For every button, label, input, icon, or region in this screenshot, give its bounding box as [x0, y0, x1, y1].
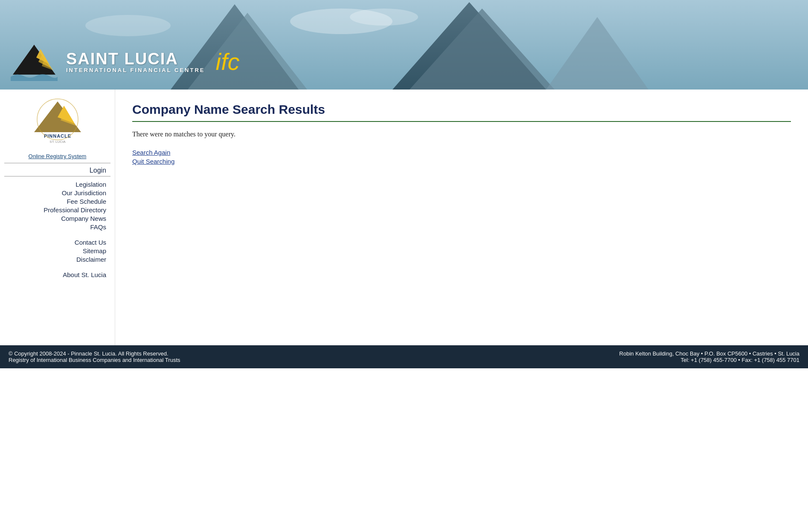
fee-schedule-link[interactable]: Fee Schedule [67, 198, 106, 205]
sidebar-logo-area: PINNACLE ST. LUCIA [4, 98, 110, 147]
jurisdiction-link[interactable]: Our Jurisdiction [62, 189, 106, 197]
footer-right: Robin Kelton Building, Choc Bay • P.O. B… [619, 350, 799, 363]
svg-point-8 [85, 15, 171, 36]
page-title: Company Name Search Results [132, 102, 791, 122]
content-area: Company Name Search Results There were n… [115, 90, 808, 345]
ifc-label: ifc [215, 51, 239, 72]
logo-area: SAINT LUCIA INTERNATIONAL FINANCIAL CENT… [0, 34, 252, 90]
about-link[interactable]: About St. Lucia [63, 271, 106, 278]
sitemap-link[interactable]: Sitemap [83, 247, 106, 254]
sidebar-item-faqs[interactable]: FAQs [4, 223, 106, 231]
footer: © Copyright 2008-2024 - Pinnacle St. Luc… [0, 345, 808, 368]
svg-marker-14 [34, 101, 81, 132]
main-container: PINNACLE ST. LUCIA Online Registry Syste… [0, 90, 808, 345]
contact-us-link[interactable]: Contact Us [75, 239, 106, 246]
legislation-link[interactable]: Legislation [76, 181, 106, 188]
mountain-logo-icon [9, 43, 60, 81]
sidebar-divider [4, 176, 110, 176]
search-again-link[interactable]: Search Again [132, 149, 170, 156]
brand-name: SAINT LUCIA [66, 51, 205, 67]
no-matches-text: There were no matches to your query. [132, 130, 791, 138]
professional-directory-link[interactable]: Professional Directory [44, 206, 106, 214]
sidebar-item-sitemap[interactable]: Sitemap [4, 247, 106, 255]
brand-subtitle: INTERNATIONAL FINANCIAL CENTRE [66, 67, 205, 73]
sidebar-item-fee-schedule[interactable]: Fee Schedule [4, 198, 106, 205]
svg-text:ST. LUCIA: ST. LUCIA [49, 140, 66, 144]
sidebar-nav-secondary: Contact Us Sitemap Disclaimer [4, 239, 110, 263]
footer-registry: Registry of International Business Compa… [9, 357, 180, 363]
sidebar-item-professional-directory[interactable]: Professional Directory [4, 206, 106, 214]
footer-left: © Copyright 2008-2024 - Pinnacle St. Luc… [9, 350, 180, 363]
sidebar-item-about[interactable]: About St. Lucia [4, 271, 106, 279]
footer-copyright: © Copyright 2008-2024 - Pinnacle St. Luc… [9, 350, 180, 357]
faqs-link[interactable]: FAQs [90, 223, 106, 231]
footer-contact: Tel: +1 (758) 455-7700 • Fax: +1 (758) 4… [619, 357, 799, 363]
sidebar-nav-main: Legislation Our Jurisdiction Fee Schedul… [4, 181, 110, 231]
search-links: Search Again Quit Searching [132, 149, 791, 165]
disclaimer-link[interactable]: Disclaimer [76, 256, 106, 263]
sidebar: PINNACLE ST. LUCIA Online Registry Syste… [0, 90, 115, 345]
svg-point-7 [350, 9, 418, 26]
footer-address: Robin Kelton Building, Choc Bay • P.O. B… [619, 350, 799, 357]
sidebar-item-jurisdiction[interactable]: Our Jurisdiction [4, 189, 106, 197]
company-news-link[interactable]: Company News [61, 215, 106, 222]
online-registry-link[interactable]: Online Registry System [4, 153, 110, 163]
brand-text: SAINT LUCIA INTERNATIONAL FINANCIAL CENT… [66, 51, 205, 73]
sidebar-item-disclaimer[interactable]: Disclaimer [4, 256, 106, 263]
sidebar-nav-about: About St. Lucia [4, 271, 110, 279]
pinnacle-logo-icon: PINNACLE ST. LUCIA [26, 98, 90, 145]
header: SAINT LUCIA INTERNATIONAL FINANCIAL CENT… [0, 0, 808, 90]
quit-searching-link[interactable]: Quit Searching [132, 158, 174, 165]
sidebar-item-company-news[interactable]: Company News [4, 215, 106, 223]
login-link[interactable]: Login [4, 167, 110, 174]
sidebar-item-legislation[interactable]: Legislation [4, 181, 106, 188]
sidebar-item-contact-us[interactable]: Contact Us [4, 239, 106, 246]
